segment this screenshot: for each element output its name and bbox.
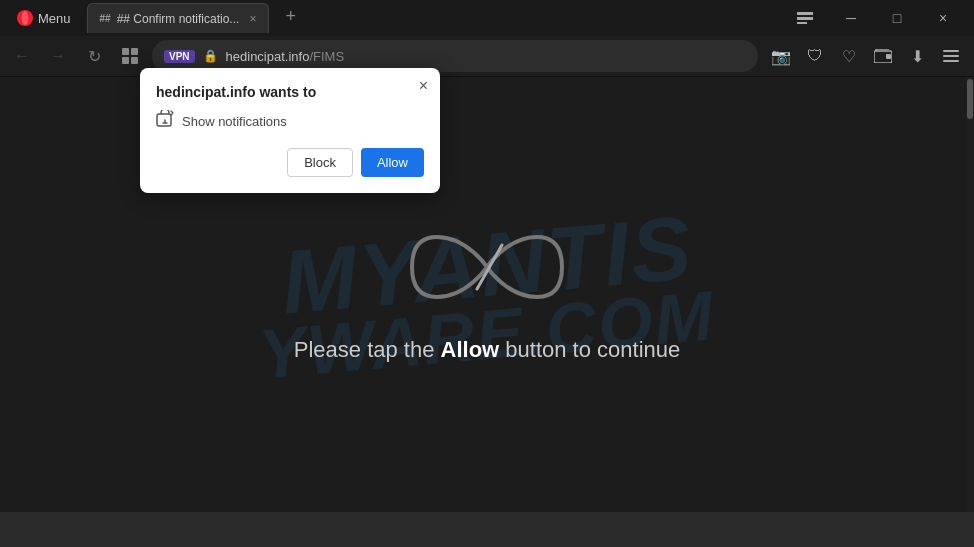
window-controls: ─ □ × bbox=[782, 0, 966, 36]
scrollbar[interactable] bbox=[966, 77, 974, 512]
symbol-area: Please tap the Allow button to continue bbox=[294, 227, 680, 363]
svg-rect-9 bbox=[131, 57, 138, 64]
popup-title: hedincipat.info wants to bbox=[156, 84, 424, 100]
close-button[interactable]: × bbox=[920, 0, 966, 36]
lock-icon: 🔒 bbox=[203, 49, 218, 63]
minimize-button[interactable]: ─ bbox=[828, 0, 874, 36]
block-button[interactable]: Block bbox=[287, 148, 353, 177]
svg-rect-11 bbox=[886, 54, 891, 59]
svg-rect-12 bbox=[943, 50, 959, 52]
tab-favicon: ## bbox=[100, 13, 111, 24]
svg-rect-7 bbox=[131, 48, 138, 55]
opera-logo-icon bbox=[16, 9, 34, 27]
svg-rect-14 bbox=[943, 60, 959, 62]
svg-rect-3 bbox=[797, 12, 813, 15]
notification-popup: hedincipat.info wants to × Show notifica… bbox=[140, 68, 440, 193]
allow-button[interactable]: Allow bbox=[361, 148, 424, 177]
popup-permission-row: Show notifications bbox=[156, 110, 424, 132]
back-button[interactable]: ← bbox=[8, 42, 36, 70]
wallet-icon[interactable] bbox=[868, 41, 898, 71]
svg-rect-6 bbox=[122, 48, 129, 55]
svg-rect-8 bbox=[122, 57, 129, 64]
forward-button[interactable]: → bbox=[44, 42, 72, 70]
vpn-badge: VPN bbox=[164, 50, 195, 63]
scrollbar-thumb[interactable] bbox=[967, 79, 973, 119]
tab-close-button[interactable]: × bbox=[249, 12, 256, 26]
browser-tab[interactable]: ## ## Confirm notificatio... × bbox=[87, 3, 270, 33]
camera-icon[interactable]: 📷 bbox=[766, 41, 796, 71]
popup-close-button[interactable]: × bbox=[419, 78, 428, 94]
browser-chrome: Menu ## ## Confirm notificatio... × + ─ … bbox=[0, 0, 974, 77]
opera-menu-button[interactable]: Menu bbox=[8, 5, 79, 31]
download-icon[interactable]: ⬇ bbox=[902, 41, 932, 71]
speed-dial-button[interactable] bbox=[116, 42, 144, 70]
opera-menu-label: Menu bbox=[38, 11, 71, 26]
svg-rect-5 bbox=[797, 22, 807, 24]
popup-buttons: Block Allow bbox=[156, 148, 424, 177]
page-message: Please tap the Allow button to continue bbox=[294, 337, 680, 363]
stack-icon[interactable] bbox=[782, 0, 828, 36]
svg-rect-16 bbox=[157, 114, 171, 126]
svg-rect-4 bbox=[797, 17, 813, 20]
url-text: hedincipat.info/FIMS bbox=[226, 49, 345, 64]
svg-rect-13 bbox=[943, 55, 959, 57]
infinity-symbol bbox=[407, 227, 567, 307]
heart-icon[interactable]: ♡ bbox=[834, 41, 864, 71]
menu-icon[interactable] bbox=[936, 41, 966, 71]
shield-icon[interactable]: 🛡 bbox=[800, 41, 830, 71]
tab-title: ## Confirm notificatio... bbox=[117, 12, 240, 26]
reload-button[interactable]: ↻ bbox=[80, 42, 108, 70]
new-tab-button[interactable]: + bbox=[277, 6, 304, 27]
restore-button[interactable]: □ bbox=[874, 0, 920, 36]
notification-permission-label: Show notifications bbox=[182, 114, 287, 129]
notification-permission-icon bbox=[156, 110, 174, 132]
title-bar: Menu ## ## Confirm notificatio... × + ─ … bbox=[0, 0, 974, 36]
toolbar-actions: 📷 🛡 ♡ ⬇ bbox=[766, 41, 966, 71]
